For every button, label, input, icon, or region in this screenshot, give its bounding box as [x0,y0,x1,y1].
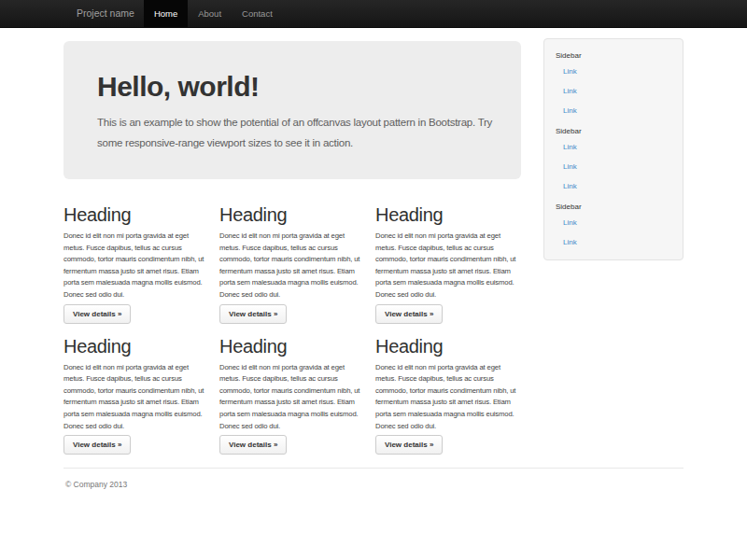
view-details-button[interactable]: View details » [219,304,287,324]
jumbotron: Hello, world! This is an example to show… [63,41,521,179]
card-heading: Heading [63,335,209,357]
sidebar-link[interactable]: Link [544,157,683,176]
card-heading: Heading [375,335,521,357]
content-card: Heading Donec id elit non mi porta gravi… [219,203,365,324]
card-body-text: Donec id elit non mi porta gravida at eg… [375,362,521,433]
card-body-text: Donec id elit non mi porta gravida at eg… [219,362,365,433]
card-body-text: Donec id elit non mi porta gravida at eg… [219,231,365,301]
content-card: Heading Donec id elit non mi porta gravi… [375,203,521,324]
card-heading: Heading [375,203,521,226]
sidebar-group-header: Sidebar [544,196,683,213]
footer: © Company 2013 [63,468,684,489]
sidebar-column: Sidebar Link Link Link Sidebar Link Link… [543,28,684,455]
sidebar-link[interactable]: Link [544,137,683,157]
sidebar-link[interactable]: Link [544,213,683,232]
card-heading: Heading [219,335,365,357]
main-column: Hello, world! This is an example to show… [63,28,521,455]
card-body-text: Donec id elit non mi porta gravida at eg… [63,231,209,301]
sidebar-link[interactable]: Link [544,232,683,252]
content-card: Heading Donec id elit non mi porta gravi… [375,335,521,455]
jumbotron-description: This is an example to show the potential… [97,112,495,153]
jumbotron-title: Hello, world! [97,71,495,103]
content-card: Heading Donec id elit non mi porta gravi… [63,335,209,455]
content-row-1: Heading Donec id elit non mi porta gravi… [63,203,521,324]
sidebar-link[interactable]: Link [544,81,683,101]
navbar: Project name Home About Contact [0,0,747,28]
card-body-text: Donec id elit non mi porta gravida at eg… [63,362,209,433]
view-details-button[interactable]: View details » [63,435,131,455]
nav-item-contact[interactable]: Contact [232,0,283,27]
card-heading: Heading [219,203,365,226]
sidebar-group-header: Sidebar [544,120,683,137]
sidebar-link[interactable]: Link [544,176,683,196]
content-row-2: Heading Donec id elit non mi porta gravi… [63,335,521,455]
sidebar-link[interactable]: Link [544,101,683,120]
nav-item-about[interactable]: About [188,0,232,27]
card-body-text: Donec id elit non mi porta gravida at eg… [375,231,521,301]
view-details-button[interactable]: View details » [375,304,443,324]
view-details-button[interactable]: View details » [63,304,131,324]
nav-item-home[interactable]: Home [144,0,188,27]
sidebar-group-header: Sidebar [544,45,683,62]
content-card: Heading Donec id elit non mi porta gravi… [219,335,365,455]
sidebar-link[interactable]: Link [544,62,683,81]
navbar-menu: Home About Contact [144,0,283,27]
view-details-button[interactable]: View details » [219,435,287,455]
view-details-button[interactable]: View details » [375,435,443,455]
card-heading: Heading [63,203,209,226]
sidebar-well: Sidebar Link Link Link Sidebar Link Link… [543,38,684,260]
content-card: Heading Donec id elit non mi porta gravi… [63,203,209,324]
page-container: Hello, world! This is an example to show… [63,28,684,455]
navbar-inner: Project name Home About Contact [63,0,684,27]
navbar-brand[interactable]: Project name [63,0,144,27]
copyright-text: © Company 2013 [65,480,684,489]
